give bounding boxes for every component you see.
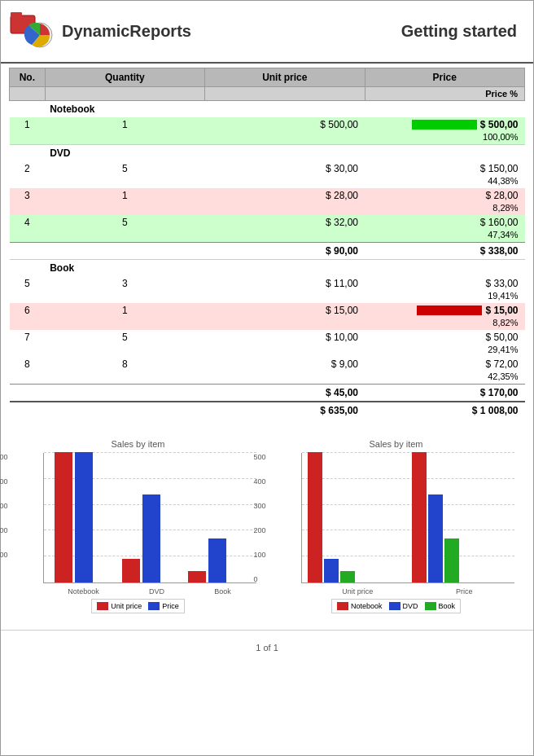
col-header-no: No.: [10, 68, 46, 87]
col-header-qty: Quantity: [45, 68, 204, 87]
legend-unitprice: Unit price: [97, 602, 142, 610]
subtotal-no: [10, 385, 46, 402]
price-value: $ 500,00: [480, 119, 519, 130]
total-row: $ 635,00 $ 1 008,00: [10, 402, 525, 419]
chart1-book-price-bar: [208, 538, 226, 582]
cell-pct-val: 100,00%: [365, 132, 524, 145]
chart-2-x-labels: Unit price Price: [301, 587, 514, 596]
subtotal-qty: [45, 243, 204, 260]
cell-qty: 5: [45, 330, 204, 345]
cell-pct-val: 19,41%: [365, 291, 524, 303]
col-header-price: Price: [365, 68, 524, 87]
cell-qty: 1: [45, 117, 204, 132]
table-header-row: No. Quantity Unit price Price: [10, 68, 525, 87]
legend-book: Book: [425, 602, 456, 610]
subtotal-no: [10, 243, 46, 260]
cell-pct-qty: [45, 203, 204, 215]
report-title: Getting started: [401, 22, 517, 41]
chart-2-y-labels: 0 100 200 300 400 500: [254, 453, 266, 583]
cell-price: $ 160,00: [365, 215, 524, 230]
cell-pct-val: 47,34%: [365, 230, 524, 243]
total-unit: $ 635,00: [205, 402, 365, 419]
cell-price: $ 72,00: [365, 357, 524, 371]
logo-icon: [9, 9, 54, 54]
cell-unit: $ 500,00: [205, 117, 365, 132]
page-number: 1 of 1: [256, 643, 278, 653]
chart2-price-book-bar: [444, 538, 459, 582]
cell-pct-no: [10, 203, 46, 215]
cell-pct-val: 29,41%: [365, 345, 524, 357]
group-header-row: DVD: [10, 145, 525, 162]
col-sub-qty: [45, 87, 204, 101]
chart2-price-dvd-bar: [428, 494, 443, 582]
cell-pct-no: [10, 291, 46, 303]
col-sub-price: Price %: [365, 87, 524, 101]
chart-1-y-labels: 0 100 200 300 400 500: [0, 453, 8, 583]
cell-pct-no: [10, 371, 46, 385]
chart1-notebook-unitprice-bar: [55, 452, 72, 582]
cell-pct-no: [10, 230, 46, 243]
cell-pct-qty: [45, 230, 204, 243]
group-header-name: Notebook: [45, 101, 524, 118]
cell-qty: 8: [45, 357, 204, 371]
legend-book-label: Book: [439, 602, 456, 610]
cell-pct-no: [10, 318, 46, 330]
cell-unit: $ 9,00: [205, 357, 365, 371]
cell-pct-unit: [205, 291, 365, 303]
cell-pct-unit: [205, 345, 365, 357]
legend-dvd-color: [389, 602, 400, 610]
cell-price: $ 50,00: [365, 330, 524, 345]
group-header-row: Book: [10, 260, 525, 277]
cell-pct-qty: [45, 132, 204, 145]
report-footer: 1 of 1: [1, 630, 533, 665]
table-row: 31$ 28,00$ 28,00: [10, 188, 525, 203]
group-header-no: [10, 145, 46, 162]
legend-notebook: Notebook: [337, 602, 383, 610]
cell-no: 6: [10, 303, 46, 318]
chart1-book-unitprice-bar: [188, 571, 206, 582]
col-sub-no: [10, 87, 46, 101]
bar-green: [412, 120, 477, 130]
chart-1-area: [43, 453, 256, 583]
legend-unitprice-color: [97, 602, 108, 610]
table-row-pct: 19,41%: [10, 291, 525, 303]
cell-qty: 5: [45, 161, 204, 176]
table-body: Notebook11$ 500,00 $ 500,00 100,00% DVD2…: [10, 101, 525, 420]
cell-unit: $ 32,00: [205, 215, 365, 230]
total-price: $ 1 008,00: [365, 402, 524, 419]
chart-1-legend: Unit price Price: [91, 599, 185, 613]
chart2-unitprice-dvd-bar: [324, 559, 339, 582]
cell-pct-qty: [45, 176, 204, 188]
chart1-notebook-price-bar: [75, 452, 93, 582]
chart-1-title: Sales by item: [20, 439, 256, 449]
subtotal-unit: $ 45,00: [205, 385, 365, 402]
cell-no: 1: [10, 117, 46, 132]
chart1-dvd-unitprice-bar: [122, 559, 140, 582]
bar-red: [417, 305, 482, 315]
total-qty: [45, 402, 204, 419]
group-header-name: DVD: [45, 145, 524, 162]
cell-qty: 5: [45, 215, 204, 230]
chart-2: Sales by item 0 100 200 300 400 500: [278, 439, 514, 613]
legend-unitprice-label: Unit price: [111, 602, 142, 610]
report-header: DynamicReports Getting started: [1, 1, 533, 64]
cell-no: 4: [10, 215, 46, 230]
cell-pct-qty: [45, 371, 204, 385]
legend-notebook-color: [337, 602, 348, 610]
cell-pct-unit: [205, 176, 365, 188]
total-no: [10, 402, 46, 419]
legend-dvd-label: DVD: [403, 602, 418, 610]
cell-pct-unit: [205, 230, 365, 243]
chart-2-legend: Notebook DVD Book: [331, 599, 461, 613]
cell-unit: $ 15,00: [205, 303, 365, 318]
subtotal-qty: [45, 385, 204, 402]
report-page: DynamicReports Getting started No. Quant…: [0, 0, 534, 756]
table-row: 88$ 9,00$ 72,00: [10, 357, 525, 371]
chart2-unitprice-notebook-bar: [308, 452, 322, 582]
table-row: 75$ 10,00$ 50,00: [10, 330, 525, 345]
legend-price-label: Price: [162, 602, 179, 610]
cell-pct-qty: [45, 318, 204, 330]
cell-pct-val: 44,38%: [365, 176, 524, 188]
table-row: 53$ 11,00$ 33,00: [10, 276, 525, 291]
cell-price: $ 500,00: [365, 117, 524, 132]
